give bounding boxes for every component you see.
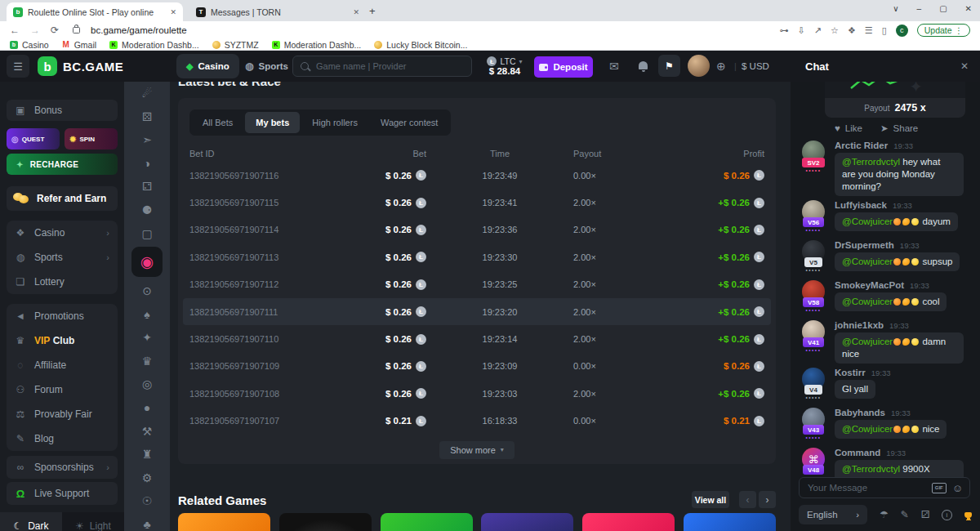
game-thumbnail[interactable] [582, 513, 675, 531]
like-button[interactable]: ♥Like [835, 123, 862, 134]
video-poker-icon[interactable]: ▢ [141, 227, 152, 240]
reload-icon[interactable]: ⟳ [51, 25, 59, 36]
table-row[interactable]: 138219056971907112 $ 0.26Ł 19:23:25 2.00… [189, 271, 764, 298]
theme-dark-button[interactable]: ☾Dark [0, 512, 62, 531]
reading-list-icon[interactable]: ☰ [865, 25, 873, 36]
limbo-icon[interactable]: ➣ [142, 133, 152, 146]
bookmark-casino[interactable]: bCasino [10, 40, 49, 50]
flag-icon[interactable]: ⚑ [658, 55, 680, 77]
show-more-button[interactable]: Show more▾ [439, 441, 514, 459]
crash-icon[interactable]: ☄ [142, 87, 153, 100]
carousel-prev-icon[interactable]: ‹ [739, 491, 756, 508]
share-icon[interactable]: ↗ [814, 25, 822, 36]
fiat-currency[interactable]: $ USD [742, 61, 769, 71]
browser-tab-roulette[interactable]: b Roulette Online Slot - Play online ✕ [7, 2, 183, 21]
browser-profile-avatar[interactable]: c [896, 25, 908, 37]
sidebar-item-casino[interactable]: ❖ Casino› [7, 221, 118, 245]
keno-icon[interactable]: ⊙ [142, 284, 152, 297]
mention[interactable]: @Cowjuicer [842, 257, 893, 266]
sidebar-item-sponsorships[interactable]: ∞ Sponsorships› [7, 456, 118, 479]
bookmark-luckyblock[interactable]: Lucky Block Bitcoin... [374, 40, 467, 50]
mention[interactable]: @Terrordvctyl [842, 464, 900, 474]
gif-icon[interactable]: GIF [932, 483, 947, 493]
cards-icon[interactable]: ♠ [144, 308, 149, 321]
plinko-icon[interactable]: ⚈ [142, 203, 153, 216]
install-icon[interactable]: ⇩ [798, 25, 805, 36]
eye-game-icon[interactable]: ☉ [142, 494, 153, 507]
secure-lock-icon[interactable] [73, 27, 80, 33]
sidebar-item-vip-club[interactable]: ♛ VIP Club [7, 328, 118, 353]
mention[interactable]: @Cowjuicer [842, 216, 893, 226]
wallet-balance[interactable]: Ł LTC ▾ $ 28.84 [479, 54, 531, 78]
table-row[interactable]: 138219056971907115 $ 0.26Ł 19:23:41 2.00… [189, 189, 764, 216]
game-search[interactable] [292, 56, 472, 77]
game-thumbnail[interactable] [381, 513, 473, 531]
wheel-game-icon[interactable]: ⚙ [142, 471, 153, 484]
refer-and-earn-button[interactable]: Refer and Earn [7, 186, 118, 211]
sidebar-item-affiliate[interactable]: ◌ Affiliate [7, 353, 118, 377]
game-thumbnail[interactable] [481, 513, 573, 531]
sidebar-item-forum[interactable]: ⚇ Forum [7, 377, 118, 402]
brand-name[interactable]: BC.GAME [63, 60, 123, 74]
update-button[interactable]: Update ⋮ [917, 24, 970, 37]
chat-username[interactable]: Kostirr [835, 368, 866, 377]
table-row-highlighted[interactable]: 138219056971907111 $ 0.26Ł 19:23:20 2.00… [183, 298, 771, 325]
crown-game-icon[interactable]: ♛ [142, 355, 153, 368]
bookmark-moderation-2[interactable]: KModeration Dashb... [272, 40, 362, 50]
chat-username[interactable]: Babyhands [835, 408, 885, 417]
chat-username[interactable]: Luffyisback [835, 200, 887, 210]
sidebar-item-live-support[interactable]: Ω Live Support [7, 482, 118, 505]
forward-icon[interactable]: → [30, 25, 40, 36]
dice-roll-icon[interactable]: ⚂ [921, 509, 929, 520]
spin-button[interactable]: ✹ SPIN [65, 128, 118, 149]
bookmark-gmail[interactable]: MGmail [62, 40, 96, 50]
chat-username[interactable]: SmokeyMacPot [835, 280, 904, 290]
close-icon[interactable]: ✕ [965, 4, 972, 13]
password-key-icon[interactable]: ⊶ [780, 25, 789, 36]
carousel-next-icon[interactable]: › [759, 491, 776, 508]
mention[interactable]: @Cowjuicer [842, 424, 893, 434]
table-row[interactable]: 138219056971907110 $ 0.26Ł 19:23:14 2.00… [189, 325, 764, 352]
table-row[interactable]: 138219056971907116 $ 0.26Ł 19:23:49 0.00… [189, 162, 764, 189]
chat-username[interactable]: DrSupermeth [835, 240, 894, 250]
mention[interactable]: @Cowjuicer [842, 337, 893, 346]
table-row[interactable]: 138219056971907113 $ 0.26Ł 19:23:30 2.00… [189, 243, 764, 270]
quest-button[interactable]: ◎ QUEST [7, 128, 60, 149]
new-tab-button[interactable]: + [369, 5, 376, 17]
roulette-icon-active[interactable]: ◉ [131, 247, 163, 277]
chat-rules-icon[interactable]: ✎ [901, 509, 909, 520]
tab-close-icon[interactable]: ✕ [350, 8, 359, 16]
ring-of-fortune-icon[interactable]: ◎ [142, 377, 152, 390]
emoji-icon[interactable]: ☺ [952, 482, 963, 494]
back-icon[interactable]: ← [10, 25, 20, 36]
game-thumbnail[interactable] [684, 513, 776, 531]
sidebar-item-sports[interactable]: ◍ Sports› [7, 245, 118, 270]
sidebar-item-promotions[interactable]: ◄ Promotions [7, 304, 118, 328]
tab-search-icon[interactable]: ∨ [893, 4, 898, 13]
sidebar-item-bonus[interactable]: ▣ Bonus [7, 100, 118, 121]
info-icon[interactable]: i [942, 510, 951, 520]
chat-username[interactable]: johnie1kxb [835, 320, 884, 330]
table-row[interactable]: 138219056971907114 $ 0.26Ł 19:23:36 2.00… [189, 216, 764, 243]
bookmark-moderation-1[interactable]: KModeration Dashb... [109, 40, 199, 50]
browser-tab-torn[interactable]: T Messages | TORN ✕ [189, 2, 366, 21]
chat-username[interactable]: Arctic Rider [835, 141, 888, 150]
blackjack-icon[interactable]: ♣ [143, 518, 150, 531]
sidebar-item-lottery[interactable]: ❏ Lottery [7, 270, 118, 294]
tower-icon[interactable]: ♜ [142, 448, 153, 461]
globe-icon[interactable]: ⊕ [716, 60, 726, 73]
ball-game-icon[interactable]: ● [144, 401, 150, 414]
view-all-button[interactable]: View all [692, 491, 729, 508]
bcgame-logo-icon[interactable]: b [38, 56, 57, 76]
table-row[interactable]: 138219056971907107 $ 0.21Ł 16:18:33 0.00… [189, 408, 764, 435]
search-input[interactable] [314, 60, 464, 72]
game-thumbnail[interactable] [279, 513, 372, 531]
chat-close-icon[interactable]: ✕ [960, 60, 969, 72]
twist-icon[interactable]: ✦ [142, 331, 152, 344]
bookmark-syztmz[interactable]: SYZTMZ [212, 40, 259, 50]
minimize-icon[interactable]: – [917, 4, 922, 13]
mention[interactable]: @Terrordvctyl [842, 157, 900, 167]
sidebar-item-blog[interactable]: ✎ Blog [7, 426, 118, 451]
theme-light-button[interactable]: ☀Light [62, 512, 124, 531]
game-thumbnail[interactable] [178, 513, 270, 531]
